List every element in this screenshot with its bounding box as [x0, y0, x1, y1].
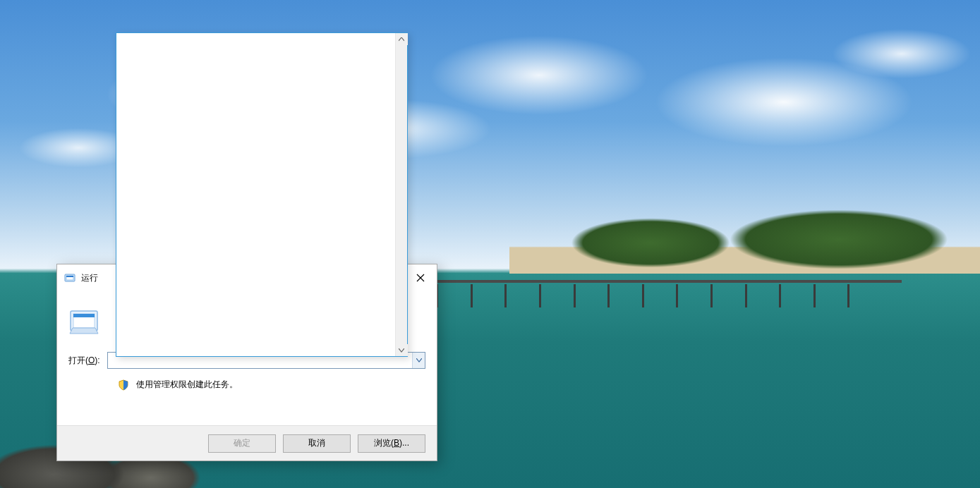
wallpaper-pier: [411, 269, 902, 307]
admin-text: 使用管理权限创建此任务。: [136, 379, 238, 391]
open-dropdown-list[interactable]: [116, 32, 408, 357]
dropdown-list-area[interactable]: [116, 33, 395, 356]
dropdown-scrollbar[interactable]: [395, 33, 407, 356]
svg-rect-5: [73, 314, 95, 317]
cancel-button[interactable]: 取消: [283, 434, 351, 453]
chevron-up-icon: [399, 37, 404, 42]
svg-rect-2: [66, 276, 73, 277]
admin-row: 使用管理权限创建此任务。: [68, 379, 425, 391]
chevron-down-icon: [416, 358, 422, 362]
close-icon: [416, 274, 425, 282]
run-title-icon: [64, 272, 75, 283]
open-label: 打开(O):: [68, 355, 100, 367]
shield-icon: [118, 379, 129, 391]
run-hero-icon: [68, 305, 99, 336]
close-button[interactable]: [404, 264, 437, 291]
scroll-down-button[interactable]: [396, 344, 408, 356]
browse-button[interactable]: 浏览(B)...: [358, 434, 425, 453]
dialog-title: 运行: [81, 272, 98, 284]
open-dropdown-button[interactable]: [412, 353, 425, 368]
button-bar: 确定 取消 浏览(B)...: [57, 425, 437, 460]
titlebar-left: 运行: [64, 272, 98, 284]
wallpaper-land: [509, 205, 980, 274]
ok-button[interactable]: 确定: [208, 434, 276, 453]
chevron-down-icon: [399, 348, 404, 353]
scroll-up-button[interactable]: [396, 33, 408, 45]
